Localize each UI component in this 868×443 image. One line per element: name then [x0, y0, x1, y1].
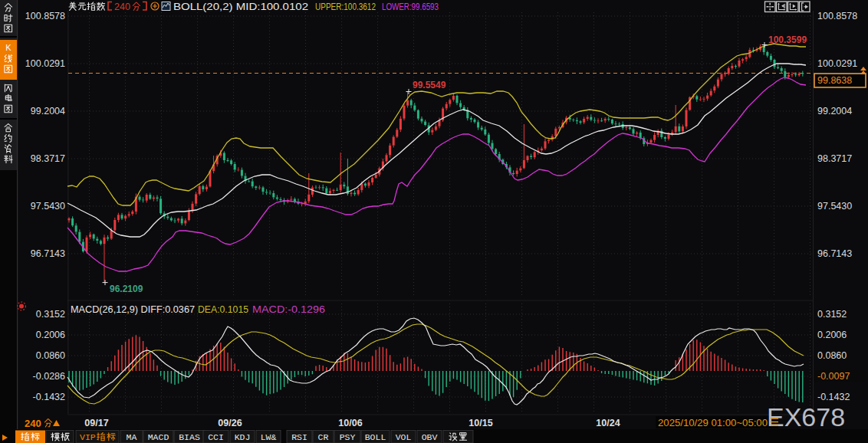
svg-text:PSY: PSY	[340, 432, 356, 442]
svg-text:BOLL: BOLL	[365, 432, 386, 442]
svg-text:CCI: CCI	[208, 432, 224, 442]
svg-text:2025/10/29 01:00~05:00: 2025/10/29 01:00~05:00	[658, 417, 768, 428]
svg-text:UPPER:100.3612: UPPER:100.3612	[315, 2, 376, 12]
svg-text:99.5549: 99.5549	[413, 80, 446, 90]
svg-text:0.3152: 0.3152	[36, 309, 65, 320]
svg-text:100.8578: 100.8578	[25, 11, 65, 21]
svg-text:VOL: VOL	[396, 432, 412, 442]
svg-text:100.0291: 100.0291	[817, 58, 857, 69]
svg-text:0.0860: 0.0860	[36, 350, 65, 361]
svg-text:KDJ: KDJ	[235, 432, 251, 442]
svg-text:MACD:-0.1296: MACD:-0.1296	[252, 304, 325, 315]
svg-text:EX678: EX678	[767, 402, 845, 432]
svg-text:BOLL(20,2) MID:100.0102: BOLL(20,2) MID:100.0102	[173, 2, 308, 12]
svg-text:LW&: LW&	[261, 432, 277, 442]
svg-text:09/26: 09/26	[218, 418, 242, 428]
svg-text:09/17: 09/17	[84, 418, 108, 428]
svg-text:97.5430: 97.5430	[31, 201, 65, 212]
svg-text:99.8638: 99.8638	[817, 75, 852, 86]
svg-text:CR: CR	[318, 432, 329, 442]
svg-text:240: 240	[114, 2, 130, 12]
svg-text:0.2006: 0.2006	[36, 330, 65, 340]
svg-text:K: K	[5, 43, 12, 52]
svg-text:BIAS: BIAS	[179, 432, 200, 442]
svg-text:10/24: 10/24	[596, 418, 620, 428]
svg-text:-0.1432: -0.1432	[817, 392, 850, 402]
svg-text:DEA:0.1015: DEA:0.1015	[198, 304, 248, 315]
svg-text:10/06: 10/06	[338, 418, 362, 428]
svg-text:96.2109: 96.2109	[110, 284, 143, 294]
svg-text:-0.0286: -0.0286	[33, 371, 65, 382]
svg-text:100.0291: 100.0291	[25, 58, 65, 69]
svg-text:100.3599: 100.3599	[768, 34, 807, 45]
svg-text:240: 240	[25, 418, 41, 429]
svg-text:RSI: RSI	[291, 432, 307, 442]
svg-text:96.7143: 96.7143	[817, 248, 852, 259]
svg-text:MA: MA	[127, 432, 137, 442]
svg-text:99.2004: 99.2004	[31, 106, 65, 116]
svg-text:-0.0097: -0.0097	[817, 371, 850, 382]
svg-text:96.7143: 96.7143	[31, 248, 65, 259]
svg-text:98.3717: 98.3717	[817, 153, 852, 164]
svg-text:97.5430: 97.5430	[817, 201, 852, 212]
svg-text:0.3152: 0.3152	[817, 309, 847, 320]
svg-text:10/15: 10/15	[469, 418, 492, 428]
svg-text:MACD(26,12,9) DIFF:0.0367: MACD(26,12,9) DIFF:0.0367	[71, 304, 195, 315]
svg-text:100.8578: 100.8578	[817, 11, 857, 21]
svg-text:OBV: OBV	[422, 432, 438, 442]
svg-text:99.2004: 99.2004	[817, 106, 852, 116]
svg-text:VIP: VIP	[80, 432, 96, 442]
svg-text:MACD: MACD	[148, 432, 169, 442]
svg-text:-0.1432: -0.1432	[33, 392, 65, 402]
svg-text:0.2006: 0.2006	[817, 330, 847, 340]
svg-text:0.0860: 0.0860	[817, 350, 847, 361]
svg-text:LOWER:99.6593: LOWER:99.6593	[382, 2, 439, 12]
svg-text:98.3717: 98.3717	[31, 153, 65, 164]
